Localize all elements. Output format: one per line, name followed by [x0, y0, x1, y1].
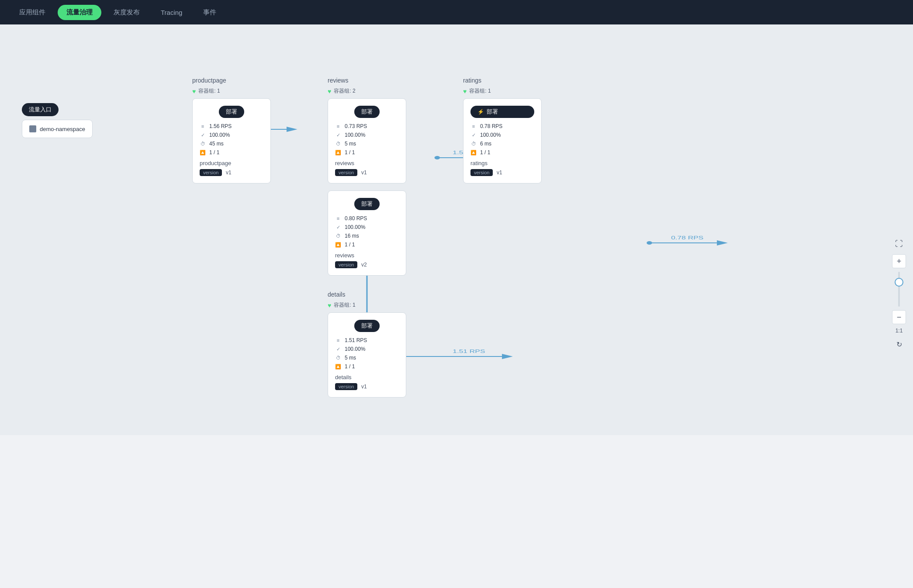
heart-icon-4: ♥: [328, 302, 331, 309]
reviews-v1-deploy-badge: 部署: [354, 106, 380, 118]
details-column: details ♥ 容器组: 1 部署 ≡ 1.51 RPS ✓ 100.0: [328, 291, 406, 398]
productpage-latency-row: ⏱ 45 ms: [200, 141, 263, 147]
refresh-button[interactable]: ↻: [892, 337, 906, 351]
check-icon-dt: ✓: [335, 346, 341, 352]
zoom-slider-thumb[interactable]: [895, 278, 903, 287]
reviews-v2-card[interactable]: 部署 ≡ 0.80 RPS ✓ 100.00% ⏱ 16 ms: [328, 190, 406, 276]
reviews-v2-version-row: version v2: [335, 260, 399, 268]
pods-icon-rv2: 🔼: [335, 242, 341, 248]
pods-icon-dt: 🔼: [335, 364, 341, 370]
details-rps-row: ≡ 1.51 RPS: [335, 337, 399, 343]
reviews-container-group: ♥ 容器组: 2: [328, 87, 406, 95]
ratings-success-row: ✓ 100.00%: [470, 132, 534, 138]
reviews-title: reviews: [328, 77, 406, 84]
reviews-v2-pods-row: 🔼 1 / 1: [335, 242, 399, 248]
clock-icon-dt: ⏱: [335, 355, 341, 360]
zoom-in-button[interactable]: +: [892, 254, 906, 268]
heart-icon-3: ♥: [463, 88, 467, 95]
ratings-container-group: ♥ 容器组: 1: [463, 87, 542, 95]
reviews-v1-latency-row: ⏱ 5 ms: [335, 141, 399, 147]
nav-item-apps[interactable]: 应用组件: [10, 5, 54, 20]
arrows-svg: 1.56 RPS 1.53 RPS 0.78 RPS 1.51 RPS: [9, 33, 904, 426]
reviews-v1-version-row: version v1: [335, 168, 399, 176]
reviews-v1-card[interactable]: 部署 ≡ 0.73 RPS ✓ 100.00% ⏱ 5 ms: [328, 98, 406, 183]
productpage-card[interactable]: 部署 ≡ 1.56 RPS ✓ 100.00% ⏱ 45 ms: [192, 98, 271, 183]
reviews-v1-pods-row: 🔼 1 / 1: [335, 149, 399, 156]
reviews-v1-success-row: ✓ 100.00%: [335, 132, 399, 138]
productpage-version-row: version v1: [200, 168, 263, 176]
entry-badge: 流量入口: [22, 103, 59, 116]
rps-icon: ≡: [200, 124, 206, 129]
ratings-card[interactable]: ⚡ 部署 ≡ 0.78 RPS ✓ 100.00% ⏱ 6 ms: [463, 98, 542, 183]
heart-icon: ♥: [192, 88, 196, 95]
ratings-title: ratings: [463, 77, 542, 84]
check-icon-rt: ✓: [470, 132, 477, 138]
zoom-reset-label[interactable]: 1:1: [896, 328, 903, 334]
svg-text:1.51 RPS: 1.51 RPS: [453, 349, 485, 354]
productpage-title: productpage: [192, 77, 271, 84]
reviews-v2-rps-row: ≡ 0.80 RPS: [335, 215, 399, 221]
svg-point-4: [435, 156, 440, 159]
ratings-rps-row: ≡ 0.78 RPS: [470, 123, 534, 129]
rps-icon-dt: ≡: [335, 338, 341, 343]
entry-box[interactable]: demo-namespace: [22, 120, 93, 138]
rps-icon-rt: ≡: [470, 124, 477, 129]
lightning-icon: ⚡: [477, 109, 484, 115]
details-title: details: [328, 291, 406, 298]
clock-icon-rv2: ⏱: [335, 233, 341, 239]
productpage-column: productpage ♥ 容器组: 1 部署 ≡ 1.56 RPS ✓ 1: [192, 77, 271, 183]
canvas: 1.56 RPS 1.53 RPS 0.78 RPS 1.51 RPS: [0, 24, 913, 435]
productpage-success-row: ✓ 100.00%: [200, 132, 263, 138]
clock-icon-rv1: ⏱: [335, 141, 341, 146]
productpage-name-row: productpage: [200, 160, 263, 166]
ratings-latency-row: ⏱ 6 ms: [470, 141, 534, 147]
reviews-v2-name-row: reviews: [335, 252, 399, 259]
ratings-name-row: ratings: [470, 160, 534, 166]
svg-point-7: [647, 241, 652, 245]
ratings-column: ratings ♥ 容器组: 1 ⚡ 部署 ≡ 0.78 RPS: [463, 77, 542, 183]
details-container-group: ♥ 容器组: 1: [328, 301, 406, 309]
zoom-out-button[interactable]: −: [892, 310, 906, 324]
productpage-rps-row: ≡ 1.56 RPS: [200, 123, 263, 129]
reviews-v2-success-row: ✓ 100.00%: [335, 224, 399, 230]
details-latency-row: ⏱ 5 ms: [335, 355, 399, 361]
svg-text:0.78 RPS: 0.78 RPS: [671, 235, 704, 240]
productpage-pods-row: 🔼 1 / 1: [200, 149, 263, 156]
zoom-controls: ⛶ + − 1:1 ↻: [892, 237, 906, 351]
details-name-row: details: [335, 374, 399, 380]
reviews-v2-deploy-badge: 部署: [354, 198, 380, 210]
zoom-slider-track: [898, 272, 900, 307]
ratings-pods-row: 🔼 1 / 1: [470, 149, 534, 156]
rps-icon-rv2: ≡: [335, 216, 341, 221]
fullscreen-button[interactable]: ⛶: [892, 237, 906, 251]
details-version-row: version v1: [335, 382, 399, 390]
productpage-deploy-badge: 部署: [219, 106, 244, 118]
nav-item-canary[interactable]: 灰度发布: [105, 5, 149, 20]
nav-item-traffic[interactable]: 流量治理: [58, 5, 101, 20]
reviews-v2-latency-row: ⏱ 16 ms: [335, 233, 399, 239]
productpage-container-group: ♥ 容器组: 1: [192, 87, 271, 95]
ratings-version-row: version v1: [470, 168, 534, 176]
clock-icon-rt: ⏱: [470, 141, 477, 146]
pods-icon-rv1: 🔼: [335, 150, 341, 156]
clock-icon: ⏱: [200, 141, 206, 146]
pods-icon: 🔼: [200, 150, 206, 156]
details-success-row: ✓ 100.00%: [335, 346, 399, 352]
heart-icon-2: ♥: [328, 88, 331, 95]
check-icon: ✓: [200, 132, 206, 138]
entry-column: 流量入口 demo-namespace: [22, 103, 93, 138]
pods-icon-rt: 🔼: [470, 150, 477, 156]
reviews-v1-name-row: reviews: [335, 160, 399, 166]
nav-item-tracing[interactable]: Tracing: [152, 5, 191, 20]
namespace-icon: [29, 125, 36, 132]
nav-item-events[interactable]: 事件: [194, 5, 225, 20]
reviews-column: reviews ♥ 容器组: 2 部署 ≡ 0.73 RPS ✓: [328, 77, 406, 276]
check-icon-rv2: ✓: [335, 225, 341, 230]
details-deploy-badge: 部署: [354, 320, 380, 332]
details-pods-row: 🔼 1 / 1: [335, 363, 399, 370]
check-icon-rv1: ✓: [335, 132, 341, 138]
namespace-label: demo-namespace: [40, 126, 85, 132]
nav-bar: 应用组件 流量治理 灰度发布 Tracing 事件: [0, 0, 913, 24]
ratings-deploy-badge: ⚡ 部署: [470, 106, 534, 118]
details-card[interactable]: 部署 ≡ 1.51 RPS ✓ 100.00% ⏱ 5 ms: [328, 312, 406, 398]
